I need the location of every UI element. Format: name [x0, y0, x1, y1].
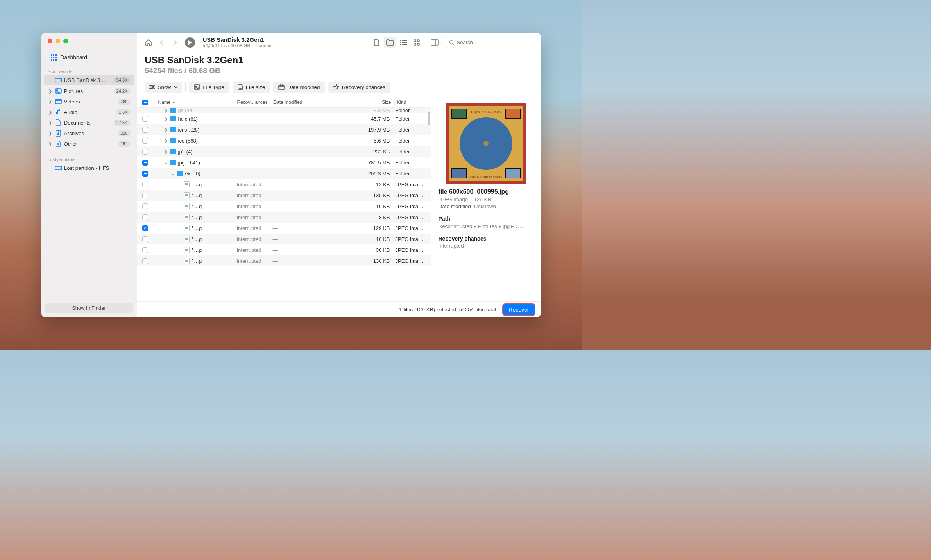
- section-scan-results: Scan results: [41, 67, 137, 75]
- svg-point-35: [150, 88, 152, 89]
- jpeg-icon: [184, 203, 190, 209]
- svg-rect-40: [279, 85, 284, 90]
- sidebar-item-label: Videos: [64, 99, 116, 105]
- category-icon: [55, 109, 62, 115]
- minimize-icon[interactable]: [56, 39, 60, 43]
- row-checkbox[interactable]: [141, 247, 150, 253]
- sidebar-item-device[interactable]: USB SanDisk 3.... 54.3K: [44, 75, 134, 85]
- table-row[interactable]: fi…g Interrupted — 30 KB JPEG ima…: [137, 244, 431, 255]
- row-name: fi…g: [192, 193, 202, 198]
- table-row[interactable]: ❯ gif (44) — 8.8 MB Folder: [137, 108, 431, 113]
- row-checkbox[interactable]: [141, 203, 150, 209]
- column-kind[interactable]: Kind: [395, 100, 431, 105]
- sidebar-item-archives[interactable]: ❯ Archives 228: [44, 128, 134, 138]
- column-size[interactable]: Size: [352, 100, 394, 105]
- table-row[interactable]: fi…g Interrupted — 130 KB JPEG ima…: [137, 255, 431, 266]
- table-row[interactable]: fi…g Interrupted — 135 KB JPEG ima…: [137, 190, 431, 201]
- disclosure-icon[interactable]: ⌄: [171, 171, 175, 176]
- disclosure-icon[interactable]: ❯: [164, 117, 168, 121]
- table-row[interactable]: ⌄ Gr…0) — 209.3 MB Folder: [137, 168, 431, 179]
- svg-point-34: [152, 86, 154, 87]
- disclosure-icon[interactable]: ⌄: [164, 161, 168, 165]
- sidebar-item-audio[interactable]: ❯ Audio 1.3K: [44, 107, 134, 117]
- page-title: USB SanDisk 3.2Gen1: [145, 55, 533, 66]
- disclosure-icon[interactable]: ❯: [164, 108, 168, 112]
- row-checkbox[interactable]: [141, 236, 150, 242]
- play-resume-button[interactable]: [185, 37, 195, 48]
- sidebar-badge: 1.3K: [116, 109, 131, 115]
- row-name: heic (61): [178, 116, 198, 122]
- row-checkbox[interactable]: [141, 171, 150, 177]
- row-checkbox[interactable]: [141, 193, 150, 198]
- row-checkbox[interactable]: [141, 138, 150, 144]
- sidebar-item-documents[interactable]: ❯ Documents 27.5K: [44, 118, 134, 128]
- dashboard-button[interactable]: Dashboard: [45, 51, 134, 64]
- folder-icon: [177, 171, 183, 176]
- table-row[interactable]: ❯ icns…28) — 197.9 MB Folder: [137, 124, 431, 135]
- table-row[interactable]: fi…g Interrupted — 10 KB JPEG ima…: [137, 201, 431, 212]
- table-row[interactable]: fi…g Interrupted — 8 KB JPEG ima…: [137, 212, 431, 223]
- row-name-cell: fi…g: [150, 214, 237, 220]
- header-checkbox[interactable]: [141, 100, 150, 105]
- row-checkbox[interactable]: [141, 116, 150, 122]
- view-folder-icon[interactable]: [384, 37, 396, 48]
- row-checkbox[interactable]: [141, 149, 150, 155]
- row-checkbox[interactable]: [141, 182, 150, 187]
- heading: USB SanDisk 3.2Gen1 54254 files / 60.68 …: [137, 52, 541, 77]
- home-button[interactable]: [143, 37, 154, 48]
- row-checkbox[interactable]: [141, 160, 150, 166]
- back-button[interactable]: [156, 37, 168, 48]
- disclosure-icon[interactable]: ❯: [164, 139, 168, 143]
- view-mode-group: [371, 37, 423, 48]
- disclosure-icon[interactable]: ❯: [164, 128, 168, 132]
- column-date[interactable]: Date modified: [274, 100, 352, 105]
- row-checkbox[interactable]: [141, 258, 150, 264]
- disclosure-icon[interactable]: ❯: [164, 150, 168, 154]
- table-row[interactable]: ⌄ jpg…641) — 780.5 MB Folder: [137, 157, 431, 168]
- svg-rect-17: [402, 40, 407, 41]
- scrollbar-thumb[interactable]: [428, 112, 430, 125]
- view-file-icon[interactable]: [371, 37, 383, 48]
- forward-button[interactable]: [169, 37, 181, 48]
- table-row[interactable]: ❯ ico (568) — 5.6 MB Folder: [137, 135, 431, 146]
- row-checkbox[interactable]: [141, 127, 150, 133]
- svg-point-33: [150, 85, 151, 86]
- table-row[interactable]: fi…g Interrupted — 12 KB JPEG ima…: [137, 179, 431, 190]
- filter-datemodified[interactable]: Date modified: [273, 82, 325, 93]
- row-name-cell: fi…g: [150, 258, 237, 264]
- table-body[interactable]: ❯ gif (44) — 8.8 MB Folder ❯ heic (61) —…: [137, 108, 431, 301]
- image-icon: [194, 84, 200, 90]
- sidebar-item-lost-partition[interactable]: Lost partition - HFS+: [44, 163, 134, 173]
- toggle-preview-pane-button[interactable]: [428, 37, 441, 48]
- sidebar-item-videos[interactable]: ❯ Videos 789: [44, 96, 134, 107]
- sidebar-item-pictures[interactable]: ❯ Pictures 24.2K: [44, 86, 134, 96]
- close-icon[interactable]: [48, 39, 52, 43]
- filter-filetype[interactable]: File Type: [189, 82, 229, 93]
- search-field[interactable]: [446, 37, 535, 48]
- selection-status: 1 files (129 KB) selected, 54254 files t…: [399, 307, 496, 312]
- table-row[interactable]: ❯ jp2 (4) — 232 KB Folder: [137, 146, 431, 157]
- sidebar-item-label: Audio: [64, 109, 114, 115]
- filter-recoverychances[interactable]: Recovery chances: [328, 82, 390, 93]
- table-row[interactable]: ✓ fi…g Interrupted — 129 KB JPEG ima…: [137, 223, 431, 234]
- table-row[interactable]: fi…g Interrupted — 10 KB JPEG ima…: [137, 234, 431, 244]
- column-name[interactable]: Name: [150, 100, 237, 105]
- svg-point-20: [400, 44, 401, 45]
- row-size: 8 KB: [351, 214, 393, 220]
- row-checkbox[interactable]: ✓: [141, 225, 150, 231]
- table-row[interactable]: ❯ heic (61) — 45.7 MB Folder: [137, 113, 431, 124]
- show-filter-button[interactable]: Show: [145, 82, 183, 93]
- row-size: 8.8 MB: [351, 108, 393, 113]
- show-in-finder-button[interactable]: Show in Finder: [45, 303, 133, 313]
- view-grid-icon[interactable]: [410, 37, 423, 48]
- column-recovery[interactable]: Recov…ances: [237, 100, 273, 105]
- recover-button[interactable]: Recover: [503, 304, 534, 315]
- sidebar-item-other[interactable]: ❯ Other 154: [44, 139, 134, 149]
- row-name-cell: ⌄ jpg…641): [150, 160, 237, 166]
- zoom-icon[interactable]: [63, 39, 68, 43]
- filter-filesize[interactable]: File size: [233, 81, 270, 93]
- view-list-icon[interactable]: [397, 37, 410, 48]
- row-name: ico (568): [178, 138, 198, 144]
- row-checkbox[interactable]: [141, 214, 150, 220]
- search-input[interactable]: [457, 39, 532, 45]
